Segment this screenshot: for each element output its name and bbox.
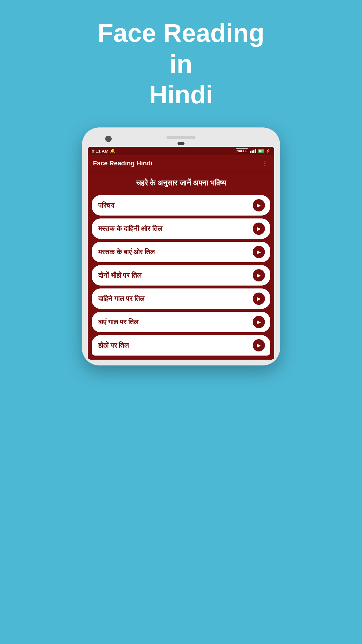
phone-speaker bbox=[166, 136, 196, 139]
menu-item-5-label: दाहिने गाल पर तिल bbox=[98, 295, 145, 303]
arrow-icon-5 bbox=[253, 293, 265, 305]
menu-item-1[interactable]: परिचय bbox=[92, 195, 270, 216]
notification-icon: 🔔 bbox=[110, 148, 115, 153]
status-right: VoLTE 90 ⚡ bbox=[236, 148, 270, 153]
menu-item-7[interactable]: होठों पर तिल bbox=[92, 335, 270, 356]
status-bar: 9:11 AM 🔔 VoLTE 90 ⚡ bbox=[88, 147, 274, 155]
arrow-icon-6 bbox=[253, 316, 265, 328]
status-left: 9:11 AM 🔔 bbox=[92, 148, 115, 153]
menu-item-2[interactable]: मस्तक के दाहिनी ओर तिल bbox=[92, 218, 270, 239]
menu-item-1-label: परिचय bbox=[98, 201, 114, 209]
menu-item-5[interactable]: दाहिने गाल पर तिल bbox=[92, 288, 270, 309]
arrow-icon-1 bbox=[253, 199, 265, 211]
phone-top-bar bbox=[88, 136, 274, 139]
signal-bars bbox=[250, 149, 256, 153]
app-subtitle: चहरे के अनुसार जानें अपना भविष्य bbox=[136, 178, 226, 187]
menu-item-6[interactable]: बाएं गाल पर तिल bbox=[92, 312, 270, 332]
menu-item-2-label: मस्तक के दाहिनी ओर तिल bbox=[98, 225, 162, 233]
arrow-icon-7 bbox=[253, 339, 265, 351]
status-time: 9:11 AM bbox=[92, 148, 108, 153]
page-title: Face Reading in Hindi bbox=[98, 18, 264, 110]
charging-icon: ⚡ bbox=[266, 149, 270, 153]
app-bar-title: Face Reading Hindi bbox=[93, 160, 152, 167]
menu-item-4-label: दोनों भौहों पर तिल bbox=[98, 271, 142, 279]
app-toolbar: Face Reading Hindi ⋮ bbox=[88, 155, 274, 172]
menu-list: परिचय मस्तक के दाहिनी ओर तिल मस्तक के बा… bbox=[88, 195, 274, 360]
arrow-icon-2 bbox=[253, 223, 265, 235]
menu-item-7-label: होठों पर तिल bbox=[98, 341, 129, 349]
arrow-icon-4 bbox=[253, 269, 265, 281]
phone-front-camera bbox=[178, 142, 184, 145]
battery-icon: 90 bbox=[258, 149, 264, 153]
menu-item-3-label: मस्तक के बाएं ओर तिल bbox=[98, 248, 155, 256]
menu-item-6-label: बाएं गाल पर तिल bbox=[98, 318, 138, 326]
menu-item-4[interactable]: दोनों भौहों पर तिल bbox=[92, 265, 270, 286]
phone-screen: 9:11 AM 🔔 VoLTE 90 ⚡ Face Reading Hindi … bbox=[88, 147, 274, 360]
menu-item-3[interactable]: मस्तक के बाएं ओर तिल bbox=[92, 242, 270, 262]
phone-camera bbox=[105, 136, 112, 142]
title-line3: Hindi bbox=[149, 80, 213, 109]
subtitle-section: चहरे के अनुसार जानें अपना भविष्य bbox=[88, 172, 274, 195]
volte-badge: VoLTE bbox=[236, 148, 248, 153]
arrow-icon-3 bbox=[253, 246, 265, 258]
phone-mockup: 9:11 AM 🔔 VoLTE 90 ⚡ Face Reading Hindi … bbox=[82, 127, 280, 365]
overflow-menu-icon[interactable]: ⋮ bbox=[261, 159, 269, 167]
title-line2: in bbox=[170, 49, 192, 78]
title-line1: Face Reading bbox=[98, 18, 264, 47]
